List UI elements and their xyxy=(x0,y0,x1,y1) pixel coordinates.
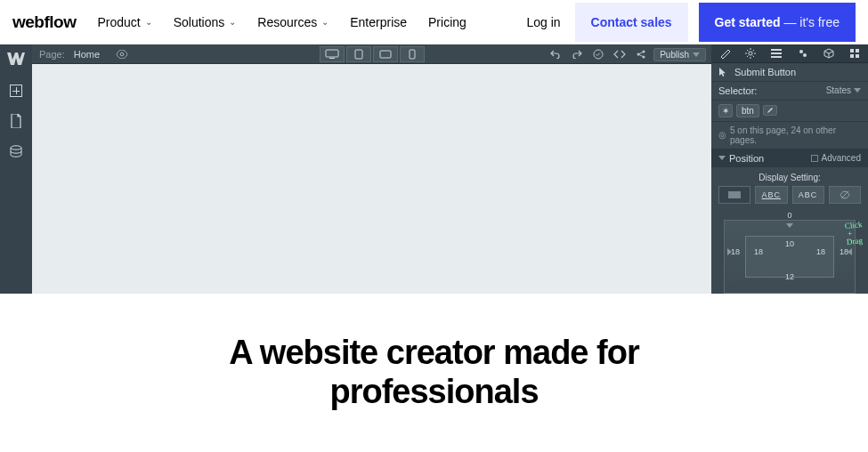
device-tablet-landscape-icon[interactable] xyxy=(373,46,398,62)
publish-label: Publish xyxy=(660,50,689,60)
cursor-icon xyxy=(718,67,729,77)
display-none-button[interactable] xyxy=(829,186,861,204)
svg-point-15 xyxy=(799,50,803,53)
breadcrumb-label: Page: xyxy=(39,49,65,60)
add-element-icon[interactable] xyxy=(9,84,23,98)
states-dropdown[interactable]: States xyxy=(826,85,861,95)
device-mobile-icon[interactable] xyxy=(400,46,425,62)
nav-pricing[interactable]: Pricing xyxy=(428,15,466,29)
triangle-right-icon xyxy=(727,248,732,255)
click-drag-hint: Click +Drag xyxy=(844,221,864,246)
left-toolbar xyxy=(0,44,32,294)
svg-rect-13 xyxy=(771,52,782,54)
style-panel: Submit Button Selector: States ✶ btn ◎ 5… xyxy=(711,44,868,294)
cta-main-text: Get started xyxy=(715,15,781,29)
class-tag-btn[interactable]: btn xyxy=(736,104,759,117)
layout-icon[interactable] xyxy=(767,46,785,61)
effects-icon[interactable] xyxy=(794,46,812,61)
display-inlineblock-button[interactable]: ABC xyxy=(755,186,787,204)
login-link[interactable]: Log in xyxy=(512,15,574,29)
margin-left-value[interactable]: 18 xyxy=(731,247,740,256)
device-desktop-icon[interactable] xyxy=(320,46,345,62)
code-icon[interactable] xyxy=(611,47,629,61)
webflow-logo[interactable]: webflow xyxy=(12,12,76,32)
svg-rect-17 xyxy=(850,49,854,52)
states-label: States xyxy=(826,85,851,95)
checkbox-icon xyxy=(811,155,818,162)
display-block-button[interactable] xyxy=(718,186,750,204)
svg-point-11 xyxy=(749,52,752,55)
svg-rect-2 xyxy=(326,50,338,57)
padding-top-value[interactable]: 10 xyxy=(785,239,794,248)
get-started-button[interactable]: Get started — it's free xyxy=(699,3,856,42)
designer-main: Page: Home xyxy=(32,44,711,294)
cms-icon[interactable] xyxy=(9,144,23,158)
webflow-w-icon[interactable] xyxy=(5,50,27,68)
redo-icon[interactable] xyxy=(568,47,586,61)
selected-element-row: Submit Button xyxy=(711,63,868,82)
nav-solutions[interactable]: Solutions⌄ xyxy=(174,15,237,29)
settings-gear-icon[interactable] xyxy=(742,46,759,61)
svg-rect-20 xyxy=(856,54,859,58)
selector-label: Selector: xyxy=(718,85,757,96)
occurrence-text: 5 on this page, 24 on other pages. xyxy=(730,125,861,145)
svg-rect-19 xyxy=(850,54,854,58)
svg-rect-4 xyxy=(355,50,362,59)
device-tablet-icon[interactable] xyxy=(346,46,371,62)
undo-icon[interactable] xyxy=(547,47,564,61)
box-icon[interactable] xyxy=(820,46,838,61)
triangle-left-icon xyxy=(848,248,852,255)
publish-button[interactable]: Publish xyxy=(653,48,706,61)
preview-eye-icon[interactable] xyxy=(116,50,128,59)
share-icon[interactable] xyxy=(632,47,650,61)
grid-icon[interactable] xyxy=(846,46,864,61)
padding-left-value[interactable]: 18 xyxy=(754,247,763,256)
position-label: Position xyxy=(729,153,764,164)
nav-left: webflow Product⌄ Solutions⌄ Resources⌄ E… xyxy=(12,12,466,32)
padding-bottom-value[interactable]: 12 xyxy=(785,272,794,281)
svg-rect-3 xyxy=(329,58,335,59)
position-section-header[interactable]: Position Advanced xyxy=(711,149,868,167)
nav-resources[interactable]: Resources⌄ xyxy=(257,15,329,29)
paintbrush-icon[interactable] xyxy=(716,46,734,61)
svg-rect-6 xyxy=(410,50,415,59)
top-navigation: webflow Product⌄ Solutions⌄ Resources⌄ E… xyxy=(0,0,868,44)
display-setting-label: Display Setting: xyxy=(711,167,868,186)
svg-rect-14 xyxy=(771,56,782,58)
advanced-toggle[interactable]: Advanced xyxy=(811,153,861,163)
nav-enterprise[interactable]: Enterprise xyxy=(350,15,407,29)
nav-product[interactable]: Product⌄ xyxy=(97,15,151,29)
occurrence-note: ◎ 5 on this page, 24 on other pages. xyxy=(711,122,868,149)
chevron-down-icon: ⌄ xyxy=(145,17,152,27)
contact-sales-button[interactable]: Contact sales xyxy=(575,3,688,42)
top-right-actions: Publish xyxy=(547,44,711,64)
panel-tabs xyxy=(711,44,868,63)
padding-right-value[interactable]: 18 xyxy=(816,247,825,256)
box-model-editor[interactable]: 0 18 18 10 18 18 12 Click +Drag xyxy=(718,211,861,294)
advanced-label: Advanced xyxy=(822,153,861,163)
design-canvas[interactable] xyxy=(32,64,711,294)
global-selector-chip[interactable]: ✶ xyxy=(718,104,733,117)
chevron-down-icon xyxy=(854,88,861,93)
hero-section: A website creator made for professionals xyxy=(0,294,868,452)
designer-editor: Page: Home Publish xyxy=(0,44,868,294)
edit-selector-icon[interactable] xyxy=(763,105,777,116)
pages-icon[interactable] xyxy=(9,114,23,128)
chevron-down-icon xyxy=(693,52,700,57)
nav-solutions-label: Solutions xyxy=(174,15,225,29)
svg-point-1 xyxy=(120,52,124,56)
display-inline-button[interactable]: ABC xyxy=(792,186,824,204)
class-tags-row: ✶ btn xyxy=(711,101,868,122)
collapse-icon xyxy=(718,156,726,160)
chevron-down-icon: ⌄ xyxy=(229,17,236,27)
svg-rect-18 xyxy=(856,49,859,52)
svg-rect-5 xyxy=(380,51,391,58)
breadcrumb-page[interactable]: Home xyxy=(74,49,100,60)
chevron-down-icon: ⌄ xyxy=(321,17,329,27)
nav-product-label: Product xyxy=(97,15,140,29)
triangle-down-icon xyxy=(786,223,793,228)
check-circle-icon[interactable] xyxy=(589,47,607,61)
hero-headline: A website creator made for professionals xyxy=(167,334,702,411)
margin-top-value[interactable]: 0 xyxy=(787,211,791,220)
nav-right: Log in Contact sales Get started — it's … xyxy=(512,3,856,42)
